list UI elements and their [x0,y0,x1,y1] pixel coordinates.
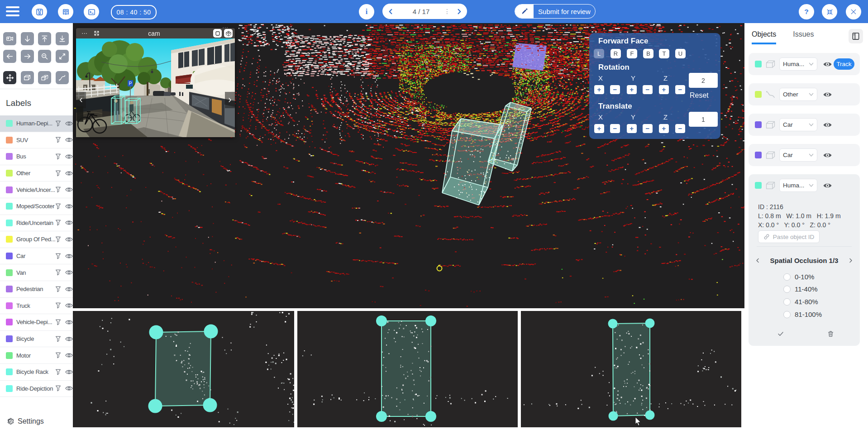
visibility-eye-icon[interactable] [65,154,73,159]
spline-tool[interactable] [56,71,69,84]
compress-button[interactable] [822,4,837,19]
object-class-dropdown[interactable]: Huma... [779,179,817,192]
visibility-eye-icon[interactable] [65,171,73,176]
attribute-prev-button[interactable] [755,257,761,264]
track-button[interactable]: Track [834,58,854,70]
translate-y-plus-button[interactable]: + [627,124,637,133]
expand-tool[interactable] [56,50,69,63]
label-item-human-depi[interactable]: Human-Depi... [0,115,73,132]
arrow-left-tool[interactable] [3,50,16,63]
visibility-eye-icon[interactable] [65,320,73,325]
visibility-eye-icon[interactable] [65,270,73,275]
visibility-eye-icon[interactable] [65,137,73,143]
rotate-x-minus-button[interactable]: − [610,85,620,94]
radio-option-41-80[interactable]: 41-80% [783,298,818,306]
label-item-ride-uncertain[interactable]: Ride/Uncertain [0,215,73,232]
filter-funnel-icon[interactable] [55,137,61,143]
settings-button[interactable]: Settings [6,417,44,425]
object-class-dropdown[interactable]: Car [779,148,817,162]
filter-funnel-icon[interactable] [55,352,61,358]
label-item-motor[interactable]: Motor [0,347,73,364]
visibility-eye-icon[interactable] [65,187,73,192]
visibility-eye-icon[interactable] [823,182,832,189]
translate-x-plus-button[interactable]: + [594,124,604,133]
rotate-z-plus-button[interactable]: + [659,85,669,94]
video-camera-tool[interactable] [3,32,16,45]
camera-menu-icon[interactable]: ⋯ [81,31,88,36]
label-item-van[interactable]: Van [0,264,73,281]
submit-for-review-button[interactable]: Submit for review [515,4,596,19]
rotation-reset-button[interactable]: Reset [690,91,709,100]
label-item-bicycle[interactable]: Bicycle [0,331,73,348]
arrow-to-bottom-tool[interactable] [56,32,69,45]
face-button-F[interactable]: F [627,49,637,58]
frame-menu-icon[interactable]: ⋮ [444,10,451,13]
camera-image[interactable]: P [76,38,235,137]
filter-funnel-icon[interactable] [55,286,61,292]
arrow-down-tool[interactable] [21,32,34,45]
filter-funnel-icon[interactable] [55,385,61,392]
label-item-vehicle-uncer[interactable]: Vehicle/Uncer... [0,182,73,198]
object-class-dropdown[interactable]: Car [779,118,817,131]
delete-button[interactable] [827,330,834,338]
attribute-next-button[interactable] [848,257,854,264]
radio-option-11-40[interactable]: 11-40% [783,285,818,293]
object-class-dropdown[interactable]: Other [779,88,817,101]
zoom-out-tool[interactable] [38,50,51,63]
label-item-vehicle-depi[interactable]: Vehicle-Depi... [0,314,73,331]
camera-next-button[interactable] [225,92,235,108]
move-tool[interactable] [3,71,16,84]
prev-frame-button[interactable] [382,4,399,19]
box-view-side[interactable] [297,311,518,427]
filter-funnel-icon[interactable] [55,153,61,160]
visibility-eye-icon[interactable] [65,253,73,259]
object-card-5-expanded[interactable]: Huma... ID : 2116 L: 0.8 m W: 1.0 m H: 1… [749,174,860,346]
translate-z-minus-button[interactable]: − [675,124,685,133]
label-item-truck[interactable]: Truck [0,298,73,315]
rotate-x-plus-button[interactable]: + [594,85,604,94]
translate-z-plus-button[interactable]: + [659,124,669,133]
visibility-eye-icon[interactable] [65,237,73,242]
visibility-eye-icon[interactable] [65,121,73,126]
visibility-eye-icon[interactable] [65,204,73,209]
menu-icon[interactable] [6,6,19,17]
label-item-moped-scooter[interactable]: Moped/Scooter [0,198,73,215]
object-class-dropdown[interactable]: Huma... [779,57,817,71]
translate-y-minus-button[interactable]: − [643,124,653,133]
face-button-T[interactable]: T [659,49,669,58]
visibility-eye-icon[interactable] [65,336,73,342]
radio-option-0-10[interactable]: 0-10% [783,273,814,281]
face-button-B[interactable]: B [643,49,653,58]
camera-box-cyclist[interactable] [125,98,140,124]
box-view-front[interactable] [521,311,741,427]
label-item-bicycle-rack[interactable]: Bicycle Rack [0,364,73,381]
visibility-eye-icon[interactable] [65,386,73,391]
info-button[interactable]: i [359,4,374,19]
rotation-step-input[interactable] [689,73,718,88]
paste-object-id-button[interactable]: Paste object ID [758,230,820,243]
filter-funnel-icon[interactable] [55,220,61,226]
help-button[interactable]: ? [799,4,814,19]
label-item-group-of-ped[interactable]: Group Of Ped... [0,231,73,248]
filter-funnel-icon[interactable] [55,336,61,342]
face-button-U[interactable]: U [675,49,686,58]
visibility-eye-icon[interactable] [823,61,832,67]
filter-funnel-icon[interactable] [55,369,61,375]
filter-funnel-icon[interactable] [55,269,61,276]
visibility-eye-icon[interactable] [823,91,832,98]
filter-funnel-icon[interactable] [55,170,61,177]
visibility-eye-icon[interactable] [65,353,73,358]
rotate-y-plus-button[interactable]: + [627,85,637,94]
filter-funnel-icon[interactable] [55,236,61,243]
cuboid-tool[interactable] [21,71,34,84]
face-button-R[interactable]: R [610,49,621,58]
close-button[interactable] [846,4,861,19]
visibility-eye-icon[interactable] [65,303,73,308]
label-item-car[interactable]: Car [0,248,73,265]
visibility-eye-icon[interactable] [65,287,73,292]
translate-step-input[interactable] [689,112,718,127]
rotate-y-minus-button[interactable]: − [643,85,653,94]
camera-3d-button[interactable] [224,29,233,38]
docs-button[interactable] [58,4,73,19]
confirm-button[interactable] [777,330,785,337]
